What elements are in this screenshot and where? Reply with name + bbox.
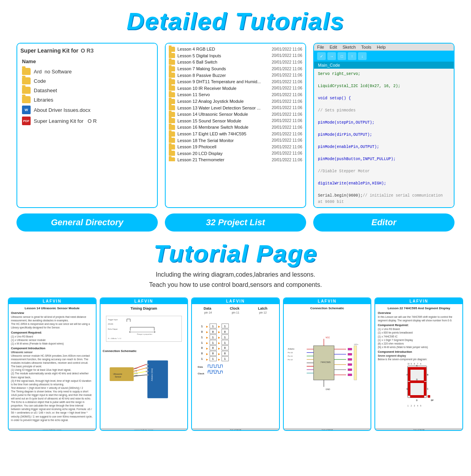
svg-text:F: F: [407, 374, 408, 376]
tpage3-body: Data Clock Latch pin 14 pin 11 pin 12 1 …: [192, 304, 279, 428]
svg-rect-112: [408, 367, 411, 381]
tpage5-body: Lesson 22 74HC595 And Segment Display Ov…: [375, 304, 462, 428]
svg-text:Arduino (Uno): Arduino (Uno): [150, 368, 153, 381]
svg-text:1: 1: [201, 325, 203, 328]
code-line: [318, 77, 450, 84]
code-line: [318, 102, 450, 108]
folder-icon: [169, 138, 175, 143]
tpage4-header: LAFVIN: [284, 298, 371, 304]
tutorial-page-2: LAFVIN Timing Diagram Trigger Input (10u…: [100, 297, 188, 431]
fe-section-label: Name: [22, 58, 154, 64]
pdf-icon: PDF: [22, 117, 31, 125]
tpage1-components-text: (1) x Uno R3 Board (1) x Ultrasonic sens…: [11, 335, 93, 345]
code-line: [318, 89, 450, 96]
svg-text:Echo: Echo: [134, 372, 138, 374]
svg-rect-111: [410, 367, 424, 370]
seven-segment-svg: A F B G E C D DP 1 2 3 4 5 10 9 8 7 6: [378, 363, 460, 414]
connection-diagram-svg: Arduino (Uno) Ultrasonic Sensor VCC Trig…: [103, 354, 185, 409]
list-item: Lesson 20 LCD Display 20/01/2022 11:06: [169, 150, 302, 157]
svg-text:1: 1: [224, 336, 226, 339]
main-title: Detailed Tutorials: [0, 7, 471, 35]
panel-general-directory: Super Learning Kit for O R3 Name Ard no …: [16, 43, 158, 208]
list-item: Lesson 18 The Serial Monitor 20/01/2022 …: [169, 137, 302, 144]
list-item: Libraries: [20, 95, 154, 104]
svg-rect-116: [424, 382, 427, 396]
svg-text:Ultrasonic: Ultrasonic: [113, 373, 122, 375]
tpage1-section-overview: Overview: [11, 311, 93, 315]
data-clock-svg: 1 0 1 1 0 0 1 1 0 1: [194, 316, 277, 379]
tpage1-body: Lesson 14 Ultrasonic Sensor Module Overv…: [9, 304, 96, 428]
svg-text:1: 1: [212, 336, 214, 339]
toolbar-btn-check[interactable]: ✓: [317, 52, 326, 60]
svg-text:GND: GND: [325, 388, 330, 391]
code-line: void setup() {: [318, 95, 450, 102]
code-line: [318, 114, 450, 120]
svg-marker-34: [206, 331, 208, 333]
list-item: Lesson 9 DHT11 Temperature and Humid... …: [169, 78, 302, 85]
svg-rect-12: [146, 367, 148, 368]
code-line: [318, 162, 450, 169]
panel-editor: File Edit Sketch Tools Help ✓ → □ ↑ ↓ Ma…: [313, 43, 455, 208]
code-line: [318, 175, 450, 181]
svg-text:10: 10: [408, 363, 410, 365]
svg-text:0: 0: [224, 352, 226, 355]
svg-text:D: D: [416, 399, 418, 401]
folder-icon: [169, 66, 175, 71]
tpage5-intro-desc: Below is the seven-component pin diagram…: [378, 357, 460, 361]
svg-marker-58: [218, 348, 220, 350]
svg-text:Pin 12: Pin 12: [288, 359, 293, 361]
panel-project-list: Lesson 4 RGB LED 20/01/2022 11:06 Lesson…: [165, 43, 306, 208]
list-item: Ard no Software: [20, 67, 154, 76]
svg-text:Data: Data: [198, 365, 203, 368]
svg-rect-114: [410, 381, 424, 383]
svg-text:9: 9: [411, 363, 412, 365]
svg-text:Trig: Trig: [134, 370, 137, 372]
tpage1-section-intro: Component Introduction: [11, 347, 93, 350]
svg-marker-39: [206, 359, 208, 361]
svg-text:1: 1: [212, 358, 214, 361]
word-icon: W: [22, 106, 31, 114]
svg-text:2: 2: [411, 405, 412, 407]
label-general-directory: General Directory: [16, 213, 158, 232]
editor-tab[interactable]: Main_Code: [314, 62, 454, 69]
list-item: Lesson 4 RGB LED 20/01/2022 11:06: [169, 46, 302, 53]
svg-text:1: 1: [201, 336, 203, 339]
list-item: Lesson 7 Making Sounds 20/01/2022 11:06: [169, 66, 302, 72]
list-item: Lesson 12 Analog Joystick Module 20/01/2…: [169, 98, 302, 105]
code-line: pinMode(dirPin,OUTPUT);: [318, 132, 450, 138]
svg-text:5: 5: [420, 405, 422, 407]
folder-icon: [169, 53, 175, 58]
svg-text:74HC595: 74HC595: [320, 361, 330, 363]
tpage1-lesson-title: Lesson 14 Ultrasonic Sensor Module: [11, 306, 93, 310]
svg-text:C: C: [427, 388, 429, 390]
panels-row: Super Learning Kit for O R3 Name Ard no …: [0, 39, 471, 208]
tutorial-pages-row: LAFVIN Lesson 14 Ultrasonic Sensor Modul…: [0, 292, 471, 439]
svg-text:Trigger Input: Trigger Input: [108, 319, 118, 321]
tutorial-title: Tutorial Page: [0, 239, 471, 267]
folder-icon: [169, 125, 175, 130]
code-line: digitalWrite(enablePin,HIGH);: [318, 181, 450, 187]
svg-text:0: 0: [201, 330, 203, 333]
toolbar-btn-open[interactable]: ↑: [348, 52, 356, 60]
tpage4-body: Connection Schematic 74HC595: [284, 304, 371, 428]
svg-text:1: 1: [201, 341, 203, 344]
editor-toolbar: ✓ → □ ↑ ↓: [314, 51, 454, 62]
folder-icon: [169, 131, 175, 137]
file-explorer: Super Learning Kit for O R3 Name Ard no …: [17, 44, 157, 161]
svg-rect-99: [348, 374, 352, 376]
list-item: PDF Super Learning Kit for O R: [20, 115, 154, 126]
list-item: Lesson 21 Thermometer 20/01/2022 11:06: [169, 157, 302, 161]
code-line: LiquidCrystal_I2C lcd(0x27, 16, 2);: [318, 83, 450, 89]
toolbar-btn-upload[interactable]: →: [327, 52, 336, 60]
svg-text:1: 1: [224, 325, 226, 328]
toolbar-btn-new[interactable]: □: [338, 52, 346, 60]
svg-text:LEDs: LEDs: [354, 343, 358, 345]
toolbar-btn-save[interactable]: ↓: [358, 52, 367, 60]
file-list: Lesson 4 RGB LED 20/01/2022 11:06 Lesson…: [166, 44, 305, 161]
folder-icon: [169, 144, 175, 150]
code-line: // Sets pinmodes: [318, 108, 450, 114]
list-item: Lesson 17 Eight LED with 74HC595 20/01/2…: [169, 131, 302, 137]
labels-row: General Directory 32 Project List Editor: [0, 208, 471, 232]
tpage5-overview-section: Overview: [378, 311, 460, 315]
svg-text:Sensor: Sensor: [115, 376, 121, 378]
